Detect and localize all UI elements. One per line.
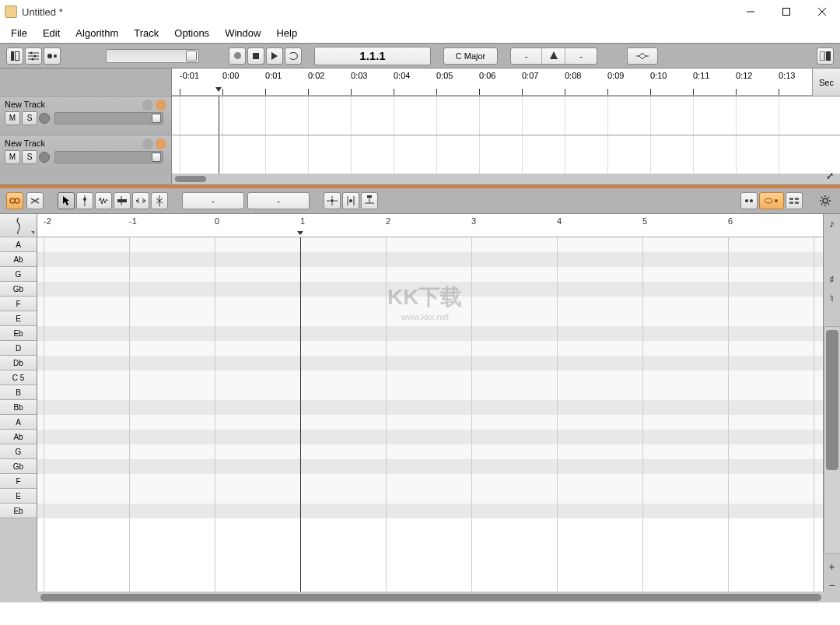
- track-header[interactable]: New Track M S: [0, 135, 171, 174]
- mute-button[interactable]: M: [5, 150, 20, 164]
- note-key[interactable]: A: [0, 237, 37, 252]
- natural-icon[interactable]: ♮: [826, 292, 838, 304]
- tool-quantize-2[interactable]: [342, 192, 359, 209]
- track-color-icon[interactable]: [156, 100, 166, 111]
- maximize-button[interactable]: [768, 0, 804, 23]
- track-volume-slider[interactable]: [54, 151, 163, 163]
- split-view-button[interactable]: [817, 47, 834, 65]
- track-volume-thumb[interactable]: [152, 153, 161, 162]
- track-volume-thumb[interactable]: [152, 114, 161, 123]
- note-key[interactable]: C 5: [0, 370, 37, 385]
- beat-label: 2: [386, 216, 390, 226]
- key-display[interactable]: C Major: [443, 47, 498, 65]
- track-link-icon[interactable]: [142, 139, 153, 149]
- svg-point-32: [745, 199, 748, 202]
- note-key[interactable]: F: [0, 474, 37, 489]
- track-header[interactable]: New Track M S: [0, 97, 171, 135]
- position-display[interactable]: 1.1.1: [314, 47, 431, 65]
- note-key[interactable]: Ab: [0, 252, 37, 267]
- tool-pointer[interactable]: [58, 192, 75, 209]
- track-volume-slider[interactable]: [54, 112, 163, 125]
- track-link-icon[interactable]: [142, 100, 153, 111]
- note-key[interactable]: Eb: [0, 504, 37, 518]
- note-key[interactable]: B: [0, 385, 37, 400]
- tool-split[interactable]: [151, 192, 168, 209]
- vscrollbar[interactable]: [824, 326, 841, 554]
- mute-button[interactable]: M: [5, 111, 20, 125]
- track-content[interactable]: [171, 97, 840, 135]
- menu-file[interactable]: File: [3, 25, 35, 41]
- note-key[interactable]: A: [0, 415, 37, 430]
- beat-ruler[interactable]: -2-10123456: [37, 214, 823, 237]
- menu-edit[interactable]: Edit: [35, 25, 68, 41]
- snap-button[interactable]: [627, 47, 658, 65]
- note-key[interactable]: Ab: [0, 430, 37, 444]
- tool-quantize-1[interactable]: [324, 192, 341, 209]
- scale-left[interactable]: -: [511, 48, 542, 64]
- note-key[interactable]: F: [0, 297, 37, 311]
- note-key[interactable]: G: [0, 267, 37, 282]
- note-key[interactable]: Gb: [0, 459, 37, 474]
- track-arm-button[interactable]: [39, 113, 50, 124]
- track-content[interactable]: [171, 135, 840, 174]
- note-key[interactable]: E: [0, 311, 37, 326]
- tool-pitch[interactable]: [76, 192, 93, 209]
- track-arm-button[interactable]: [39, 152, 50, 163]
- clef-selector[interactable]: [0, 214, 37, 237]
- zoom-out-icon[interactable]: −: [826, 579, 838, 592]
- menu-track[interactable]: Track: [126, 25, 166, 41]
- editor-hscrollbar[interactable]: [0, 592, 840, 602]
- note-key[interactable]: Eb: [0, 326, 37, 341]
- note-duration-icon[interactable]: ♪: [826, 217, 838, 230]
- timeline-ruler[interactable]: -0:010:000:010:020:030:040:050:060:070:0…: [171, 68, 812, 96]
- tool-formant[interactable]: [114, 192, 131, 209]
- tool-amplitude[interactable]: [95, 192, 112, 209]
- menu-algorithm[interactable]: Algorithm: [68, 25, 126, 41]
- view-grid-button[interactable]: [786, 192, 803, 209]
- editor-hscroll-thumb[interactable]: [40, 594, 821, 601]
- stop-button[interactable]: [247, 47, 264, 65]
- zoom-slider[interactable]: [106, 49, 199, 63]
- editor-dropdown-1[interactable]: -: [182, 192, 244, 209]
- note-key[interactable]: G: [0, 444, 37, 459]
- sharp-icon[interactable]: ♯: [826, 273, 838, 286]
- view-button-2[interactable]: [25, 47, 42, 65]
- track-hscrollbar[interactable]: ⤢: [171, 174, 840, 184]
- menu-options[interactable]: Options: [166, 25, 217, 41]
- scale-control[interactable]: - -: [510, 47, 597, 65]
- piano-grid[interactable]: -2-10123456 KK下载 www.kkx.net: [37, 214, 823, 592]
- solo-button[interactable]: S: [22, 150, 37, 164]
- solo-button[interactable]: S: [22, 111, 37, 125]
- loop-button[interactable]: [285, 47, 302, 65]
- zoom-slider-thumb[interactable]: [186, 51, 197, 61]
- metronome-icon[interactable]: [542, 48, 565, 64]
- tool-timing[interactable]: [132, 192, 149, 209]
- track-hscroll-thumb[interactable]: [175, 176, 206, 182]
- view-notes-button[interactable]: [740, 192, 758, 209]
- close-button[interactable]: [804, 0, 840, 23]
- note-key[interactable]: E: [0, 489, 37, 504]
- note-key[interactable]: Gb: [0, 282, 37, 297]
- track-color-icon[interactable]: [156, 139, 166, 149]
- view-button-3[interactable]: [44, 47, 61, 65]
- view-button-1[interactable]: [6, 47, 23, 65]
- minimize-button[interactable]: [733, 0, 768, 23]
- note-key[interactable]: D: [0, 341, 37, 356]
- zoom-in-icon[interactable]: +: [826, 560, 838, 573]
- record-button[interactable]: [229, 47, 246, 65]
- tool-link[interactable]: [6, 192, 23, 209]
- menu-window[interactable]: Window: [217, 25, 268, 41]
- vscroll-thumb[interactable]: [826, 330, 838, 470]
- play-button[interactable]: [266, 47, 283, 65]
- scale-right[interactable]: -: [565, 48, 597, 64]
- tool-unlink[interactable]: [26, 192, 44, 209]
- settings-button[interactable]: [817, 192, 834, 209]
- resize-handle-icon[interactable]: ⤢: [826, 170, 838, 183]
- editor-dropdown-2[interactable]: -: [247, 192, 310, 209]
- menu-help[interactable]: Help: [268, 25, 305, 41]
- time-unit-button[interactable]: Sec: [812, 68, 840, 96]
- note-key[interactable]: Db: [0, 356, 37, 370]
- tool-quantize-3[interactable]: [361, 192, 378, 209]
- note-key[interactable]: Bb: [0, 400, 37, 415]
- view-blobs-button[interactable]: [759, 192, 784, 209]
